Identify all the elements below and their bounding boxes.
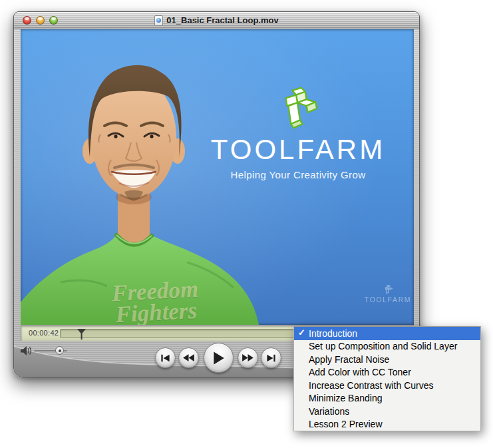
rewind-button[interactable]	[178, 347, 199, 368]
quicktime-document-icon	[154, 15, 163, 26]
menu-item-apply-fractal-noise[interactable]: Apply Fractal Noise	[294, 353, 480, 366]
menu-item-label: Variations	[309, 406, 349, 417]
window-title: 01_Basic Fractal Loop.mov	[166, 15, 278, 25]
menu-item-label: Introduction	[309, 328, 357, 339]
menu-item-set-up-composition[interactable]: Set up Composition and Solid Layer	[294, 340, 480, 353]
menu-item-label: Increase Contrast with Curves	[309, 380, 434, 391]
menu-item-variations[interactable]: Variations	[294, 405, 480, 418]
skip-to-end-icon	[265, 353, 277, 363]
toolfarm-wordmark: TOOLFARM	[211, 136, 385, 164]
menu-item-label: Add Color with CC Toner	[309, 367, 411, 377]
menu-item-introduction[interactable]: ✓ Introduction	[294, 327, 480, 340]
menu-item-label: Apply Fractal Noise	[309, 354, 389, 365]
toolfarm-logo-block: TOOLFARM Helping Your Creativity Grow	[185, 87, 411, 180]
fast-forward-button[interactable]	[238, 347, 258, 368]
chapter-popup-menu: ✓ Introduction Set up Composition and So…	[293, 326, 481, 431]
elapsed-time: 00:00:42	[29, 329, 59, 337]
menu-item-add-color-cc-toner[interactable]: Add Color with CC Toner	[294, 366, 480, 379]
menu-item-increase-contrast-curves[interactable]: Increase Contrast with Curves	[294, 379, 480, 392]
play-icon	[212, 351, 225, 365]
skip-to-end-button[interactable]	[261, 347, 281, 368]
checkmark-icon: ✓	[298, 328, 305, 337]
video-canvas: TOOLFARM Helping Your Creativity Grow Fr…	[21, 29, 414, 325]
speaker-icon	[20, 345, 33, 356]
menu-item-label: Lesson 2 Preview	[309, 419, 383, 429]
titlebar[interactable]: 01_Basic Fractal Loop.mov	[14, 12, 419, 29]
menu-item-label: Set up Composition and Solid Layer	[309, 341, 457, 351]
skip-to-start-icon	[160, 353, 171, 363]
menu-item-lesson-2-preview[interactable]: Lesson 2 Preview	[294, 418, 480, 431]
toolfarm-watermark-label: TOOLFARM	[365, 296, 411, 304]
playhead-marker[interactable]	[77, 329, 86, 340]
fast-forward-icon	[242, 353, 254, 362]
window-title-area: 01_Basic Fractal Loop.mov	[14, 12, 419, 29]
toolfarm-watermark: TOOLFARM	[357, 285, 414, 304]
menu-item-label: Minimize Banding	[309, 393, 383, 403]
menu-item-minimize-banding[interactable]: Minimize Banding	[294, 392, 480, 405]
toolfarm-watermark-icon	[383, 285, 394, 295]
skip-to-start-button[interactable]	[155, 347, 176, 368]
quicktime-window: 01_Basic Fractal Loop.mov	[13, 11, 420, 377]
volume-slider-knob[interactable]	[55, 346, 64, 355]
shirt-print-text: Freedom Fighters	[78, 277, 233, 325]
toolfarm-tf-logo-icon	[272, 87, 324, 130]
play-button[interactable]	[204, 343, 234, 373]
toolfarm-tagline: Helping Your Creativity Grow	[231, 169, 366, 180]
rewind-icon	[182, 353, 195, 362]
